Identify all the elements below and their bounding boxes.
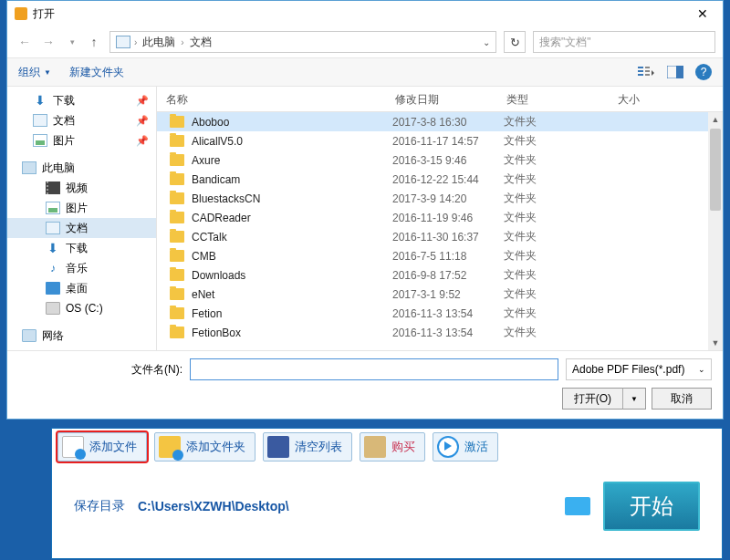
col-size[interactable]: 大小 (609, 87, 723, 111)
file-type: 文件夹 (504, 248, 615, 264)
folder-icon (170, 288, 184, 300)
clear-list-button[interactable]: 清空列表 (263, 432, 352, 461)
sidebar-item-downloads[interactable]: ⬇下载📌 (7, 90, 156, 110)
sidebar-item-pictures2[interactable]: 图片 (7, 198, 156, 218)
file-type: 文件夹 (504, 191, 615, 206)
file-row[interactable]: eNet2017-3-1 9:52文件夹 (157, 285, 723, 304)
folder-icon (170, 192, 184, 204)
forward-button[interactable]: → (38, 32, 58, 52)
file-row[interactable]: Fetion2016-11-3 13:54文件夹 (157, 304, 723, 323)
recent-dropdown[interactable]: ▾ (62, 32, 82, 52)
scroll-down-icon[interactable]: ▼ (708, 336, 723, 350)
address-bar[interactable]: › 此电脑 › 文档 ⌄ (110, 31, 496, 53)
sidebar-group-thispc[interactable]: 此电脑 (7, 158, 156, 178)
scrollbar[interactable]: ▲ ▼ (708, 112, 723, 350)
file-row[interactable]: BluestacksCN2017-3-9 14:20文件夹 (157, 189, 723, 208)
sidebar-item-desktop[interactable]: 桌面 (7, 278, 156, 298)
folder-icon (170, 269, 184, 281)
filename-label: 文件名(N): (128, 362, 182, 378)
file-row[interactable]: AlicallV5.02016-11-17 14:57文件夹 (157, 131, 723, 150)
file-name: CCTalk (192, 231, 392, 244)
file-name: CADReader (192, 212, 392, 224)
file-row[interactable]: Downloads2016-9-8 17:52文件夹 (157, 265, 723, 285)
main-pane: ⬇下载📌 文档📌 图片📌 此电脑 视频 图片 文档 ⬇下载 ♪音乐 桌面 OS … (7, 87, 723, 350)
preview-pane-button[interactable] (662, 62, 688, 82)
col-type[interactable]: 类型 (497, 87, 609, 111)
organize-menu[interactable]: 组织 ▼ (18, 65, 51, 80)
sidebar-item-downloads2[interactable]: ⬇下载 (7, 238, 156, 258)
col-date[interactable]: 修改日期 (386, 87, 497, 111)
file-name: FetionBox (192, 327, 392, 339)
file-name: Aboboo (192, 116, 392, 129)
address-dropdown[interactable]: ⌄ (479, 37, 494, 47)
nav-bar: ← → ▾ ↑ › 此电脑 › 文档 ⌄ ↻ 搜索"文档" (7, 26, 723, 57)
file-date: 2017-3-8 16:30 (392, 116, 504, 129)
file-date: 2016-11-30 16:37 (392, 231, 504, 244)
add-folder-button[interactable]: 添加文件夹 (154, 432, 256, 461)
cancel-button[interactable]: 取消 (652, 388, 712, 410)
search-input[interactable]: 搜索"文档" (533, 31, 715, 53)
file-row[interactable]: CADReader2016-11-19 9:46文件夹 (157, 208, 723, 227)
help-icon[interactable]: ? (695, 64, 712, 80)
file-date: 2016-11-17 14:57 (392, 135, 504, 148)
file-row[interactable]: CCTalk2016-11-30 16:37文件夹 (157, 227, 723, 246)
file-name: eNet (192, 288, 392, 301)
file-row[interactable]: CMB2016-7-5 11:18文件夹 (157, 246, 723, 265)
toolbar: 组织 ▼ 新建文件夹 ? (7, 57, 723, 87)
filename-input[interactable] (190, 358, 558, 380)
sidebar-item-documents2[interactable]: 文档 (7, 218, 156, 238)
svg-rect-3 (645, 67, 650, 68)
file-type: 文件夹 (504, 306, 615, 321)
scroll-up-icon[interactable]: ▲ (708, 112, 723, 127)
trash-icon (267, 436, 289, 458)
location-icon (116, 36, 130, 48)
new-folder-button[interactable]: 新建文件夹 (69, 65, 124, 80)
scroll-thumb[interactable] (710, 129, 721, 211)
close-button[interactable]: ✕ (684, 2, 721, 26)
sidebar-item-music[interactable]: ♪音乐 (7, 258, 156, 278)
svg-rect-1 (638, 70, 643, 72)
file-type: 文件夹 (504, 171, 615, 187)
up-button[interactable]: ↑ (86, 35, 102, 49)
file-date: 2016-11-3 13:54 (392, 327, 504, 339)
file-type: 文件夹 (504, 286, 615, 302)
column-headers: 名称 修改日期 类型 大小 (157, 87, 723, 112)
file-name: CMB (192, 250, 392, 263)
start-button[interactable]: 开始 (603, 482, 700, 531)
file-open-dialog: 打开 ✕ ← → ▾ ↑ › 此电脑 › 文档 ⌄ ↻ 搜索"文档" 组织 ▼ … (6, 0, 724, 420)
open-button[interactable]: 打开(O) ▼ (562, 388, 646, 410)
file-date: 2016-11-19 9:46 (392, 212, 504, 224)
file-row[interactable]: Axure2016-3-15 9:46文件夹 (157, 150, 723, 170)
buy-button[interactable]: 购买 (360, 432, 425, 461)
sidebar-item-network[interactable]: 网络 (7, 326, 156, 346)
activate-button[interactable]: 激活 (433, 432, 498, 461)
filetype-select[interactable]: Adobe PDF Files(*.pdf)⌄ (566, 358, 712, 380)
svg-rect-5 (645, 74, 650, 76)
add-file-button[interactable]: 添加文件 (57, 432, 147, 461)
refresh-button[interactable]: ↻ (504, 31, 526, 53)
sidebar-item-video[interactable]: 视频 (7, 178, 156, 198)
folder-icon (170, 250, 184, 262)
file-plus-icon (62, 436, 84, 458)
view-options-button[interactable] (633, 62, 659, 82)
file-row[interactable]: FetionBox2016-11-3 13:54文件夹 (157, 323, 723, 342)
file-type: 文件夹 (504, 210, 615, 225)
file-date: 2016-9-8 17:52 (392, 269, 504, 282)
crumb-documents[interactable]: 文档 (184, 35, 217, 50)
app-panel: 添加文件 添加文件夹 清空列表 购买 激活 保存目录 C:\Users\XZWH… (51, 428, 723, 559)
svg-rect-4 (645, 70, 650, 72)
svg-rect-0 (638, 67, 643, 68)
crumb-thispc[interactable]: 此电脑 (137, 35, 181, 50)
back-button[interactable]: ← (15, 32, 35, 52)
folder-icon (170, 327, 184, 338)
browse-folder-icon[interactable] (565, 497, 590, 515)
file-row[interactable]: Aboboo2017-3-8 16:30文件夹 (157, 112, 723, 131)
open-dropdown-icon[interactable]: ▼ (622, 388, 646, 410)
svg-rect-7 (676, 66, 683, 78)
file-row[interactable]: Bandicam2016-12-22 15:44文件夹 (157, 170, 723, 189)
sidebar-item-documents[interactable]: 文档📌 (7, 110, 156, 130)
save-dir-path[interactable]: C:\Users\XZWH\Desktop\ (138, 499, 552, 513)
col-name[interactable]: 名称 (157, 87, 386, 111)
sidebar-item-pictures[interactable]: 图片📌 (7, 130, 156, 150)
sidebar-item-osc[interactable]: OS (C:) (7, 298, 156, 318)
